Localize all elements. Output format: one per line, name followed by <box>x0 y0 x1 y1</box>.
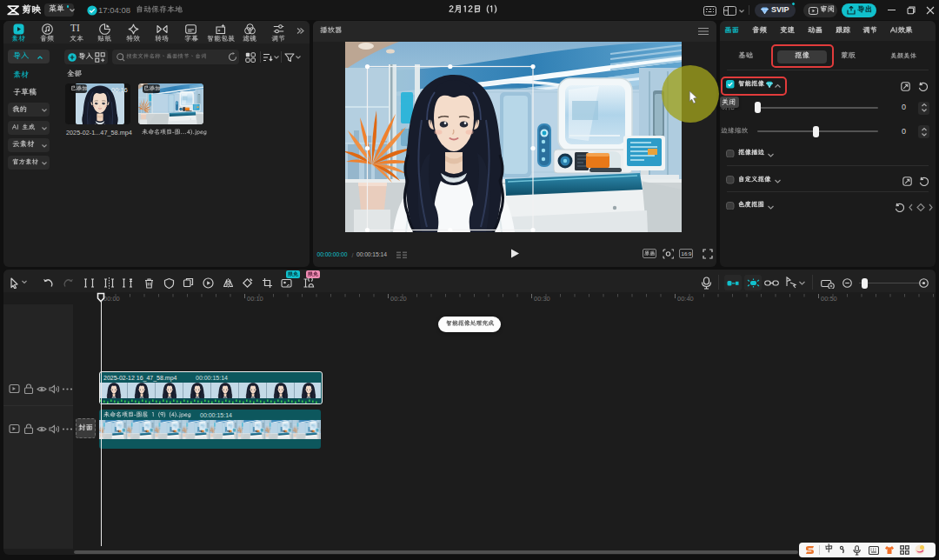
svg-text:00:20: 00:20 <box>390 295 407 303</box>
svg-text:00:50: 00:50 <box>821 295 837 303</box>
svg-text:00:40: 00:40 <box>677 295 694 303</box>
svg-text:00:10: 00:10 <box>247 295 263 303</box>
svg-text:00:00: 00:00 <box>103 295 120 303</box>
svg-text:00:30: 00:30 <box>534 295 550 303</box>
